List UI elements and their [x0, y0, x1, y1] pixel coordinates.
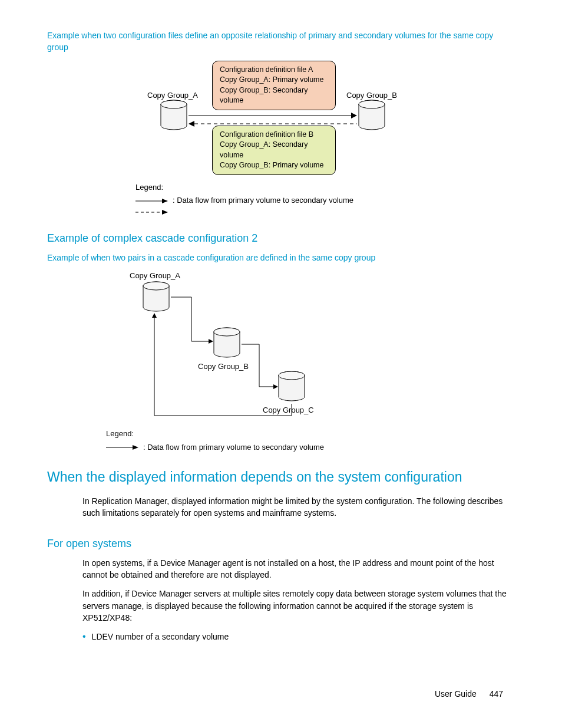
para-open-2: In addition, if Device Manager servers a…	[82, 588, 515, 624]
svg-point-3	[359, 100, 385, 108]
box-a-line2: Copy Group_A: Primary volume	[220, 75, 328, 85]
heading-system-config: When the displayed information depends o…	[47, 467, 515, 487]
legend-text-1: : Data flow from primary volume to secon…	[173, 195, 353, 206]
cylinder-left-icon	[159, 100, 189, 133]
svg-marker-22	[133, 445, 138, 450]
svg-marker-5	[351, 113, 357, 118]
figure-caption-1: Example when two configuration files def…	[47, 29, 515, 54]
legend-text-2: : Data flow from primary volume to secon…	[143, 442, 324, 453]
legend-title-1: Legend:	[135, 182, 353, 193]
legend-title-2: Legend:	[106, 429, 515, 440]
svg-marker-19	[273, 384, 278, 389]
arrow-dashed-left-icon	[189, 120, 357, 128]
para-open-1: In open systems, if a Device Manager age…	[82, 557, 515, 581]
figure-caption-2: Example of when two pairs in a cascade c…	[47, 252, 515, 263]
svg-marker-11	[162, 210, 168, 215]
legend-solid-arrow-icon	[135, 197, 168, 205]
box-a-line1: Configuration definition file A	[220, 65, 328, 75]
config-box-b: Configuration definition file B Copy Gro…	[212, 126, 336, 175]
legend-dashed-arrow-icon	[135, 209, 168, 216]
legend2-arrow-icon	[106, 444, 138, 451]
bullet-ldev: • LDEV number of a secondary volume	[82, 631, 515, 643]
svg-marker-18	[209, 339, 213, 344]
para-system-config: In Replication Manager, displayed inform…	[82, 495, 515, 519]
bullet-ldev-text: LDEV number of a secondary volume	[92, 631, 229, 643]
svg-marker-7	[189, 121, 194, 127]
box-a-line3: Copy Group_B: Secondary volume	[220, 85, 328, 106]
box-b-line1: Configuration definition file B	[220, 130, 328, 140]
svg-marker-9	[162, 199, 168, 203]
box-b-line3: Copy Group_B: Primary volume	[220, 160, 328, 171]
svg-marker-20	[152, 313, 157, 318]
cylinder-right-icon	[357, 100, 386, 133]
box-b-line2: Copy Group_A: Secondary volume	[220, 140, 328, 160]
diagram-2: Copy Group_A Copy Group_B Copy Group_C	[82, 271, 515, 453]
svg-point-1	[161, 100, 187, 108]
config-box-a: Configuration definition file A Copy Gro…	[212, 61, 336, 110]
diagram-1: Configuration definition file A Copy Gro…	[82, 61, 515, 214]
diagram-2-arrows	[82, 271, 365, 424]
heading-open-systems: For open systems	[47, 536, 515, 551]
heading-cascade-2: Example of complex cascade configuration…	[47, 230, 515, 246]
bullet-dot-icon: •	[82, 631, 86, 643]
arrow-solid-right-icon	[189, 111, 357, 120]
